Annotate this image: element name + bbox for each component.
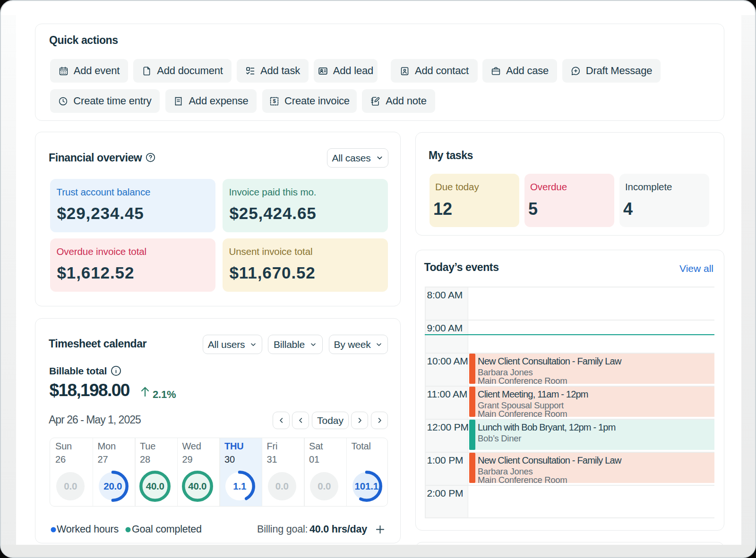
svg-text:$: $ [273, 98, 276, 104]
